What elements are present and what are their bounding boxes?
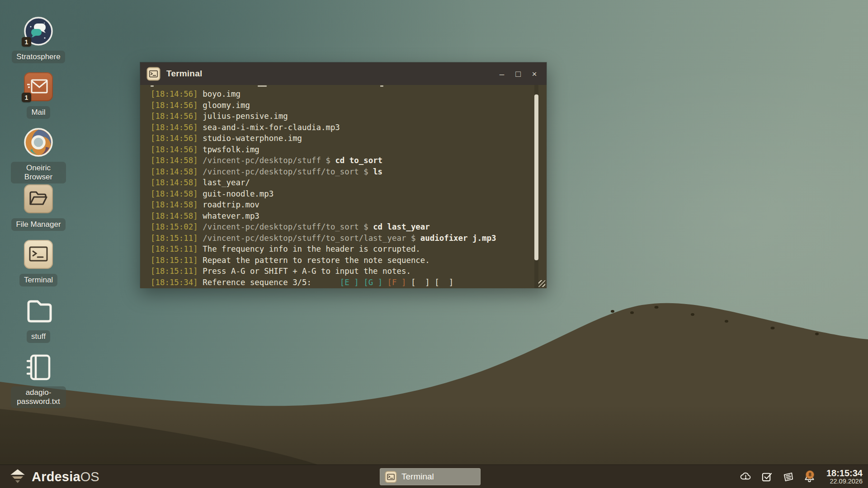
terminal-line: [18:14:58]guit-noodle.mp3 [151,188,528,200]
clipped-scrollback-line [151,85,530,87]
desktop-icon-label: Stratosphere [12,51,65,63]
terminal-line: [18:14:56]julius-pensive.img [151,111,528,122]
window-titlebar[interactable]: Terminal – □ × [140,62,547,85]
desktop-icon-label: File Manager [11,218,65,231]
terminal-line: [18:15:11]The frequency info in the head… [151,244,528,255]
terminal-line: [18:15:11]/vincent-pc/desktop/stuff/to_s… [151,233,528,244]
browser-icon [24,128,53,157]
terminal-line: [18:14:58]last_year/ [151,177,528,188]
close-button[interactable]: × [528,68,540,80]
desktop-icon-label: Oneiric Browser [11,162,66,183]
terminal-line: [18:14:56]boyo.img [151,89,528,100]
notebook-icon [24,352,53,381]
taskbar-button-terminal[interactable]: Terminal [380,468,481,485]
desktop-icon-stratosphere[interactable]: 1 Stratosphere [11,17,66,63]
clock-time: 18:15:34 [826,469,863,478]
terminal-titlebar-icon [146,67,160,81]
notification-count-badge: 8 [806,470,814,479]
desktop-icon-terminal[interactable]: Terminal [11,240,66,286]
os-name: Ardesia [32,469,80,484]
desktop-icon-label: Mail [27,106,50,119]
notification-bell-icon[interactable]: 8 [803,471,816,483]
window-title: Terminal [166,69,202,79]
mail-icon: 1 [24,72,53,101]
terminal-line: [18:15:02]/vincent-pc/desktop/stuff/to_s… [151,221,528,233]
minimize-button[interactable]: – [496,68,508,80]
clock-date: 22.09.2026 [826,478,863,485]
maximize-button[interactable]: □ [512,68,524,80]
desktop-icon-file-manager[interactable]: File Manager [11,184,66,231]
terminal-line: [18:14:58]/vincent-pc/desktop/stuff $ cd… [151,155,528,166]
folder-icon [24,296,53,325]
terminal-window: Terminal – □ × [18:14:56]boyo.img[18:14:… [140,62,547,288]
desktop-icon-stuff[interactable]: stuff [11,296,66,343]
scrollbar-thumb[interactable] [534,94,538,260]
tasks-checkbox-icon[interactable] [761,471,773,483]
terminal-line: [18:15:11]Press A-G or SHIFT + A-G to in… [151,266,528,277]
terminal-line: [18:14:58]whatever.mp3 [151,211,528,222]
newsletter-icon[interactable] [782,471,794,483]
task-button-label: Terminal [401,472,434,482]
os-menu[interactable]: ArdesiaOS [8,465,99,488]
desktop-icon-adagio-password[interactable]: adagio-password.txt [11,352,66,408]
terminal-icon [24,240,53,269]
terminal-line: [18:14:56]tpwsfolk.img [151,144,528,155]
system-tray: 8 18:15:34 22.09.2026 [740,465,863,488]
ardesia-logo-icon [8,467,27,486]
terminal-line: [18:14:56]sea-and-i-mix-for-claudia.mp3 [151,122,528,133]
desktop-icon-label: adagio-password.txt [11,386,66,408]
taskbar: ArdesiaOS Terminal [0,465,868,488]
terminal-line: [18:15:34]Reference sequence 3/5: [E ] [… [151,277,528,288]
terminal-line: [18:14:56]studio-waterphone.img [151,133,528,144]
cloud-sync-icon[interactable] [740,471,752,483]
terminal-output-area[interactable]: [18:14:56]boyo.img[18:14:56]gloomy.img[1… [140,85,547,288]
terminal-line: [18:14:58]roadtrip.mov [151,199,528,211]
desktop-icon-oneiric-browser[interactable]: Oneiric Browser [11,128,66,183]
terminal-line: [18:14:56]gloomy.img [151,100,528,111]
file-manager-icon [24,184,53,213]
os-name-suffix: OS [80,469,99,484]
terminal-task-icon [385,471,397,483]
terminal-line: [18:14:58]/vincent-pc/desktop/stuff/to_s… [151,166,528,178]
desktop-icon-mail[interactable]: 1 Mail [11,72,66,119]
stratosphere-icon: 1 [24,17,53,46]
terminal-line: [18:15:11]Repeat the pattern to restore … [151,255,528,266]
desktop-icon-label: stuff [27,330,50,343]
clock[interactable]: 18:15:34 22.09.2026 [826,469,863,485]
terminal-lines: [18:14:56]boyo.img[18:14:56]gloomy.img[1… [151,89,528,288]
resize-grip[interactable] [538,280,545,287]
unread-badge: 1 [22,93,31,102]
desktop-icon-label: Terminal [19,274,57,286]
unread-badge: 1 [22,37,31,47]
